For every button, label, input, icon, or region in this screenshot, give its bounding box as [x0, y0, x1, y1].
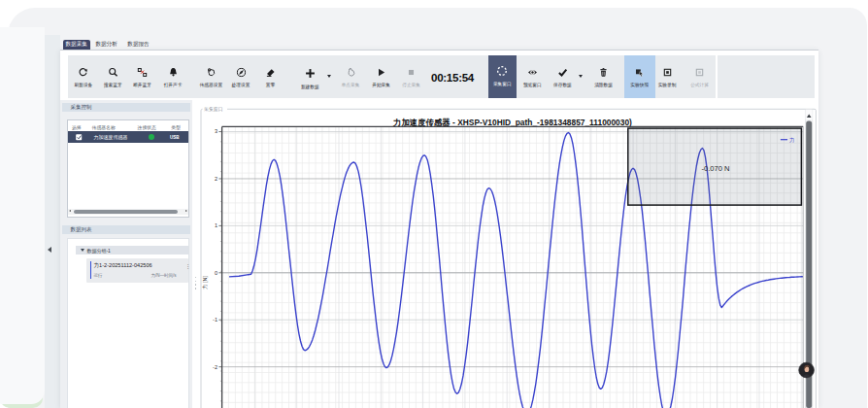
- svg-text:力 [N]: 力 [N]: [202, 276, 208, 289]
- svg-text:3: 3: [215, 128, 217, 134]
- svg-text:采集窗口: 采集窗口: [204, 106, 223, 112]
- svg-text:0: 0: [215, 270, 217, 276]
- svg-text:-2: -2: [213, 364, 217, 370]
- svg-text:-1: -1: [213, 317, 217, 323]
- svg-text:2: 2: [215, 176, 217, 182]
- svg-text:力加速度传感器 - XHSP-V10HID_path_-19: 力加速度传感器 - XHSP-V10HID_path_-1981348857_1…: [392, 118, 632, 127]
- svg-text:-0.070 N: -0.070 N: [701, 164, 729, 173]
- svg-text:1: 1: [215, 222, 217, 228]
- svg-text:力: 力: [789, 137, 794, 143]
